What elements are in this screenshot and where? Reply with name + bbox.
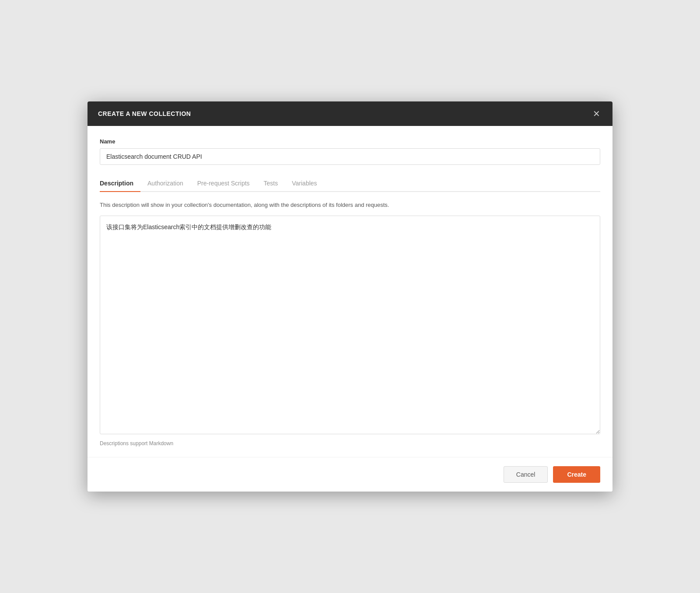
name-label: Name [100, 138, 600, 145]
description-tab-content: This description will show in your colle… [100, 201, 600, 457]
description-textarea[interactable]: 该接口集将为Elasticsearch索引中的文档提供增删改查的功能 [100, 216, 600, 434]
tab-variables[interactable]: Variables [285, 175, 324, 191]
name-field-group: Name [100, 138, 600, 165]
tab-authorization[interactable]: Authorization [140, 175, 190, 191]
modal-title: CREATE A NEW COLLECTION [98, 110, 191, 117]
tab-pre-request-scripts[interactable]: Pre-request Scripts [190, 175, 257, 191]
close-button[interactable]: ✕ [591, 109, 602, 118]
tab-tests[interactable]: Tests [257, 175, 285, 191]
modal-header: CREATE A NEW COLLECTION ✕ [88, 101, 612, 126]
modal-dialog: CREATE A NEW COLLECTION ✕ Name Descripti… [88, 101, 612, 492]
create-button[interactable]: Create [553, 466, 600, 483]
name-input[interactable] [100, 148, 600, 165]
tab-description[interactable]: Description [100, 175, 140, 191]
modal-body: Name Description Authorization Pre-reque… [88, 126, 612, 457]
tabs-bar: Description Authorization Pre-request Sc… [100, 175, 600, 192]
cancel-button[interactable]: Cancel [504, 466, 548, 483]
markdown-note: Descriptions support Markdown [100, 440, 600, 457]
description-hint: This description will show in your colle… [100, 201, 600, 209]
modal-footer: Cancel Create [88, 457, 612, 492]
